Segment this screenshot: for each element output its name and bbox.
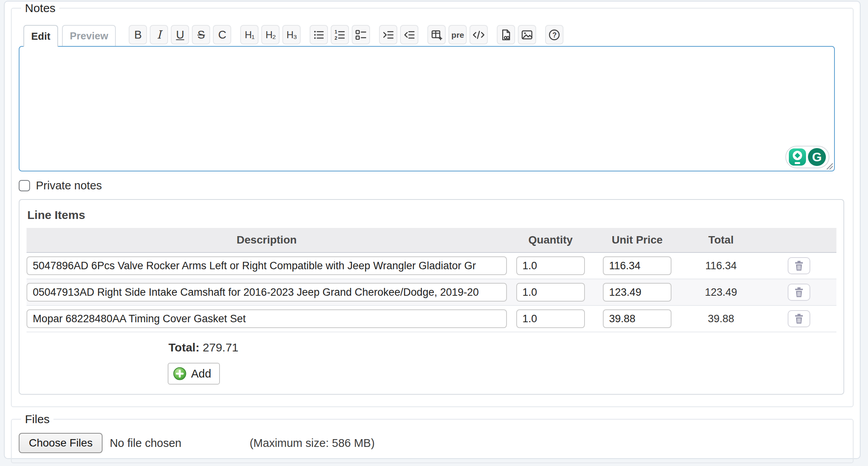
line-items-total: Total: 279.71 (168, 341, 843, 354)
table-icon (430, 29, 443, 41)
file-chosen-status: No file chosen (110, 437, 181, 450)
add-line-item-button[interactable]: Add (168, 363, 220, 385)
table-header-row: Description Quantity Unit Price Total (27, 228, 836, 252)
toolbar-group-media (497, 25, 536, 44)
toolbar-group-lists: 1 2 (310, 25, 370, 44)
form-container: Notes Edit Preview B I U S C H₁ (4, 1, 861, 459)
strikethrough-button[interactable]: S (192, 25, 210, 44)
column-header-quantity: Quantity (507, 228, 594, 252)
files-fieldset: Files Choose Files No file chosen (Maxim… (11, 413, 854, 463)
delete-row-button[interactable] (788, 284, 810, 301)
toolbar-group-indent (379, 25, 418, 44)
quantity-input[interactable] (516, 256, 585, 275)
private-notes-checkbox[interactable] (19, 180, 30, 191)
column-header-actions (762, 228, 836, 252)
trash-icon (794, 260, 804, 271)
link-button[interactable] (497, 25, 515, 44)
max-size-hint: (Maximum size: 586 MB) (250, 437, 375, 450)
task-list-icon (355, 29, 367, 41)
row-total: 123.49 (680, 279, 762, 305)
editor-tab-bar: Edit Preview B I U S C H₁ H₂ H₃ (23, 25, 835, 46)
inline-code-icon: C (218, 29, 226, 41)
inline-code-button[interactable]: C (213, 25, 231, 44)
unit-price-input[interactable] (603, 283, 671, 302)
svg-text:2: 2 (335, 35, 337, 41)
total-label: Total: (168, 341, 199, 354)
private-notes-label: Private notes (36, 179, 102, 192)
task-list-button[interactable] (352, 25, 370, 44)
total-value: 279.71 (203, 341, 239, 354)
heading2-button[interactable]: H₂ (261, 25, 280, 44)
link-document-icon (500, 29, 512, 41)
notes-editor-box: G (19, 46, 835, 171)
insert-table-button[interactable] (427, 25, 446, 44)
description-input[interactable] (27, 256, 507, 275)
unordered-list-button[interactable] (310, 25, 328, 44)
unordered-list-icon (313, 29, 325, 41)
tab-edit[interactable]: Edit (23, 25, 58, 47)
add-plus-icon (173, 367, 187, 381)
column-header-unit-price: Unit Price (594, 228, 680, 252)
help-button[interactable]: ? (545, 25, 563, 44)
line-item-row: 123.49 (27, 279, 836, 305)
svg-text:?: ? (553, 31, 557, 39)
resize-handle[interactable] (823, 160, 833, 170)
tab-edit-label: Edit (31, 30, 50, 42)
ordered-list-button[interactable]: 1 2 (331, 25, 349, 44)
line-items-panel: Line Items Description Quantity Unit Pri… (19, 199, 844, 395)
image-icon (521, 29, 533, 41)
line-item-row: 116.34 (27, 252, 836, 279)
preformatted-icon: pre (452, 31, 464, 39)
toolbar-group-blocks: pre (427, 25, 488, 44)
add-button-label: Add (191, 367, 211, 380)
strikethrough-icon: S (197, 29, 205, 41)
bold-button[interactable]: B (129, 25, 147, 44)
row-total: 39.88 (680, 305, 762, 332)
preformatted-button[interactable]: pre (448, 25, 467, 44)
private-notes-row: Private notes (19, 179, 844, 192)
italic-icon: I (157, 29, 161, 41)
choose-files-button[interactable]: Choose Files (19, 433, 103, 453)
files-legend: Files (21, 413, 53, 426)
line-item-row: 39.88 (27, 305, 836, 332)
code-icon (473, 29, 485, 41)
notes-fieldset: Notes Edit Preview B I U S C H₁ (11, 2, 854, 407)
line-items-title: Line Items (27, 208, 843, 222)
toolbar-group-headings: H₁ H₂ H₃ (240, 25, 301, 44)
indent-icon (382, 29, 394, 41)
notes-legend: Notes (21, 2, 59, 15)
quantity-input[interactable] (516, 283, 585, 302)
code-block-button[interactable] (469, 25, 488, 44)
description-input[interactable] (27, 309, 507, 328)
svg-text:1: 1 (335, 29, 337, 35)
grammarly-suggestions-icon[interactable] (789, 148, 806, 166)
wiki-editor: Edit Preview B I U S C H₁ H₂ H₃ (19, 25, 835, 171)
heading2-icon: H₂ (266, 30, 276, 40)
outdent-icon (403, 29, 415, 41)
toolbar-group-text-style: B I U S C (129, 25, 231, 44)
delete-row-button[interactable] (788, 257, 810, 274)
unit-price-input[interactable] (603, 309, 671, 328)
tab-preview[interactable]: Preview (62, 25, 116, 46)
description-input[interactable] (27, 283, 507, 302)
heading3-icon: H₃ (287, 30, 297, 40)
image-button[interactable] (518, 25, 536, 44)
heading3-button[interactable]: H₃ (282, 25, 301, 44)
trash-icon (794, 287, 804, 298)
bold-icon: B (134, 29, 142, 41)
underline-icon: U (176, 29, 184, 41)
underline-button[interactable]: U (171, 25, 189, 44)
toolbar-group-help: ? (545, 25, 563, 44)
heading1-button[interactable]: H₁ (240, 25, 259, 44)
notes-textarea[interactable] (19, 47, 834, 171)
unit-price-input[interactable] (603, 256, 671, 275)
indent-button[interactable] (379, 25, 397, 44)
column-header-total: Total (680, 228, 762, 252)
quantity-input[interactable] (516, 309, 585, 328)
row-total: 116.34 (680, 252, 762, 279)
outdent-button[interactable] (400, 25, 418, 44)
help-icon: ? (548, 29, 560, 41)
trash-icon (794, 313, 804, 324)
delete-row-button[interactable] (788, 310, 810, 327)
italic-button[interactable]: I (150, 25, 168, 44)
